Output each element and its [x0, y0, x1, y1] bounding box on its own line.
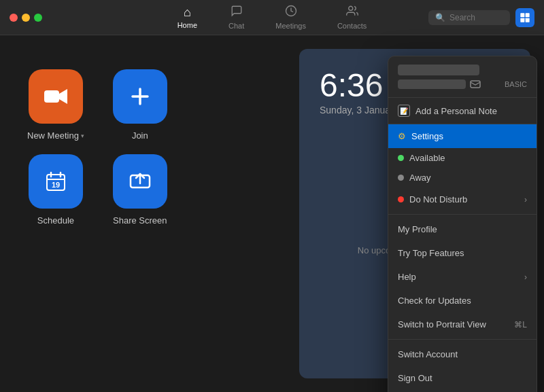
tab-meetings-label: Meetings [275, 22, 306, 30]
help-label: Help [398, 272, 416, 282]
join-label: Join [132, 130, 148, 141]
tab-meetings[interactable]: Meetings [270, 2, 311, 33]
meetings-icon [285, 5, 297, 20]
new-meeting-label: New Meeting ▾ [27, 130, 84, 141]
separator-1 [388, 214, 537, 215]
title-bar: ⌂ Home Chat Meetings [0, 0, 544, 35]
tab-contacts[interactable]: Contacts [332, 2, 372, 33]
menu-item-switch-account[interactable]: Switch Account [388, 342, 537, 366]
menu-item-portrait-view[interactable]: Switch to Portrait View ⌘L [388, 313, 537, 336]
help-chevron-icon: › [524, 272, 527, 282]
menu-item-try-top-features[interactable]: Try Top Features [388, 241, 537, 265]
search-input[interactable] [449, 13, 504, 22]
switch-account-label: Switch Account [398, 349, 458, 359]
email-icon [470, 80, 481, 88]
svg-rect-6 [44, 90, 59, 103]
svg-rect-16 [471, 81, 480, 88]
away-dot [398, 175, 404, 181]
new-meeting-button[interactable] [29, 69, 83, 124]
dropdown-header: BASIC [388, 56, 537, 98]
portrait-view-label: Switch to Portrait View [398, 319, 486, 329]
svg-rect-3 [526, 13, 530, 17]
gear-icon: ⚙ [398, 131, 406, 141]
maximize-button[interactable] [34, 14, 42, 22]
add-note-label: Add a Personal Note [415, 106, 497, 116]
profile-icon-button[interactable] [515, 8, 534, 27]
menu-item-help[interactable]: Help › [388, 265, 537, 289]
sign-out-label: Sign Out [398, 373, 432, 383]
user-name-bar [398, 65, 479, 75]
schedule-button[interactable]: 19 [29, 154, 83, 209]
search-icon: 🔍 [435, 13, 445, 22]
chevron-down-icon: ▾ [81, 132, 84, 139]
tab-contacts-label: Contacts [337, 22, 367, 30]
settings-label: Settings [411, 131, 443, 141]
separator-2 [388, 339, 537, 340]
share-screen-item[interactable]: Share Screen [112, 154, 169, 226]
menu-item-settings[interactable]: ⚙ Settings [388, 124, 537, 148]
user-email-row: BASIC [398, 79, 527, 89]
schedule-label: Schedule [37, 215, 74, 226]
check-updates-label: Check for Updates [398, 296, 471, 306]
svg-rect-2 [520, 13, 524, 17]
away-label: Away [409, 173, 431, 183]
tab-home-label: Home [177, 21, 197, 29]
portrait-view-shortcut: ⌘L [514, 320, 527, 329]
tab-chat-label: Chat [228, 22, 244, 30]
join-item[interactable]: Join [112, 69, 169, 141]
chevron-right-icon: › [524, 195, 527, 204]
menu-item-check-updates[interactable]: Check for Updates [388, 289, 537, 313]
tab-home[interactable]: ⌂ Home [172, 3, 203, 32]
traffic-lights [0, 14, 42, 22]
svg-rect-4 [520, 18, 524, 22]
contacts-icon [346, 5, 358, 20]
share-screen-button[interactable] [113, 154, 167, 209]
menu-item-do-not-disturb[interactable]: Do Not Disturb › [388, 188, 537, 211]
menu-item-my-profile[interactable]: My Profile [388, 217, 537, 241]
my-profile-label: My Profile [398, 224, 437, 234]
basic-badge: BASIC [505, 80, 527, 88]
note-icon: 📝 [398, 105, 410, 117]
svg-point-1 [348, 6, 352, 10]
svg-text:19: 19 [52, 181, 60, 189]
dropdown-menu: BASIC 📝 Add a Personal Note ⚙ Settings A… [388, 56, 537, 392]
new-meeting-item[interactable]: New Meeting ▾ [27, 69, 84, 141]
minimize-button[interactable] [22, 14, 30, 22]
try-top-features-label: Try Top Features [398, 248, 464, 258]
left-panel: New Meeting ▾ Join [0, 35, 286, 392]
svg-rect-5 [526, 18, 530, 22]
join-button[interactable] [113, 69, 167, 124]
home-icon: ⌂ [184, 5, 191, 20]
user-email-bar [398, 79, 466, 89]
search-bar[interactable]: 🔍 [428, 10, 510, 25]
dnd-dot [398, 196, 404, 202]
dnd-label: Do Not Disturb [409, 194, 467, 204]
available-dot [398, 155, 404, 161]
chat-icon [231, 5, 243, 20]
tab-chat[interactable]: Chat [223, 2, 250, 33]
menu-item-away[interactable]: Away [388, 168, 537, 188]
schedule-item[interactable]: 19 Schedule [27, 154, 84, 226]
menu-item-available[interactable]: Available [388, 148, 537, 168]
add-note-row[interactable]: 📝 Add a Personal Note [388, 98, 537, 124]
share-screen-label: Share Screen [113, 215, 167, 226]
menu-item-sign-out[interactable]: Sign Out [388, 366, 537, 390]
available-label: Available [409, 153, 445, 163]
close-button[interactable] [10, 14, 18, 22]
main-content: New Meeting ▾ Join [0, 35, 544, 392]
action-grid: New Meeting ▾ Join [27, 69, 169, 226]
